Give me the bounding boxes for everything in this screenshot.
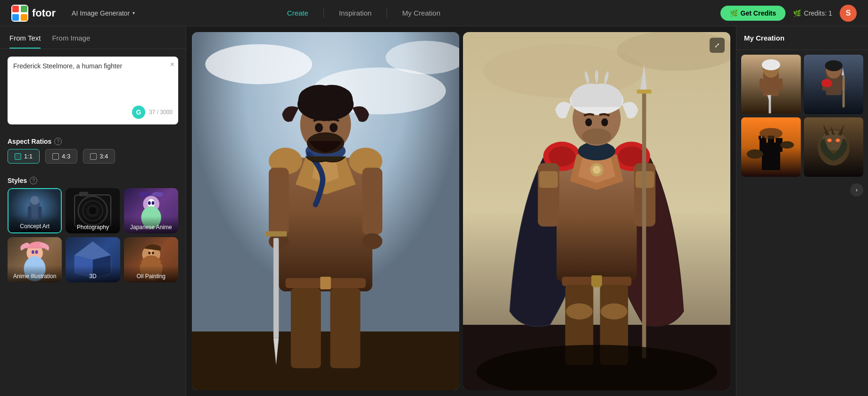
clear-button[interactable]: × [170,60,174,69]
scroll-right-button[interactable]: › [850,183,863,197]
aspect-ratios-help-icon[interactable]: ? [54,138,62,145]
svg-rect-84 [539,171,558,188]
svg-point-23 [148,201,151,205]
style-oil-painting-label: Oil Painting [124,265,178,282]
svg-rect-106 [760,79,763,90]
logo[interactable]: fotor [11,5,56,22]
ratio-4-3-button[interactable]: 4:3 [45,149,77,164]
creation-thumbnails-grid [736,50,868,182]
creation-thumb-4[interactable] [804,117,864,177]
nav-create[interactable]: Create [272,0,323,26]
tabs: From Text From Image [0,26,186,49]
svg-rect-52 [269,168,289,235]
char-count: 37 / 3000 [149,109,173,116]
credits-value: Credits: 1 [804,9,832,17]
svg-point-59 [315,123,323,132]
svg-rect-121 [760,138,767,151]
chevron-down-icon: ▾ [132,10,135,16]
generated-image-2[interactable]: ⤢ [463,32,730,390]
style-japanese-anime-label: Japanese Anime [124,216,178,233]
thumb-4-svg [804,117,864,177]
svg-point-55 [362,233,382,249]
svg-point-128 [760,128,783,139]
g-enhance-button[interactable]: G [132,106,145,119]
prompt-textarea[interactable]: Frederick Steelmore, a human fighter [13,62,173,100]
style-oil-painting[interactable]: Oil Painting [124,237,178,282]
styles-title: Styles [8,177,27,184]
get-credits-button[interactable]: 🌿 Get Credits [720,6,785,21]
tab-from-text[interactable]: From Text [9,34,41,49]
center-area: ⤢ [186,26,736,396]
style-photography[interactable]: Photography [66,188,120,233]
svg-point-17 [89,207,96,214]
svg-point-137 [828,139,831,141]
styles-help-icon[interactable]: ? [30,177,37,184]
svg-rect-46 [192,331,459,390]
svg-point-29 [35,250,38,254]
thumb-2-svg [804,55,864,115]
thumb-3-svg [741,117,801,177]
svg-rect-117 [842,75,844,107]
input-footer: G 37 / 3000 [13,106,173,119]
user-avatar[interactable]: S [840,5,857,22]
ai-generator-button[interactable]: AI Image Generator ▾ [67,7,140,20]
svg-rect-94 [637,90,652,94]
ratio-3-4-button[interactable]: 3:4 [83,149,115,164]
styles-grid: Concept Art Photography [0,188,186,290]
svg-point-81 [593,166,601,174]
logo-text: fotor [32,7,56,19]
style-concept-art[interactable]: Concept Art [8,188,62,233]
svg-point-126 [747,149,763,158]
svg-point-28 [32,250,34,254]
generated-image-1[interactable] [192,32,459,390]
tab-from-image[interactable]: From Image [52,34,90,49]
styles-header: Styles ? [0,171,186,188]
svg-point-105 [762,59,780,70]
svg-point-24 [151,201,154,205]
nav-my-creation[interactable]: My Creation [387,0,455,26]
style-japanese-anime[interactable]: Japanese Anime [124,188,178,233]
svg-point-8 [30,196,39,205]
svg-rect-62 [273,238,279,338]
style-anime-illustration[interactable]: Anime illustration [8,237,62,282]
ai-gen-label: AI Image Generator [72,9,130,17]
svg-rect-66 [320,277,331,289]
creation-thumb-2[interactable] [804,55,864,115]
svg-point-39 [148,252,150,255]
left-panel: From Text From Image Frederick Steelmore… [0,26,186,396]
header-actions: 🌿 Get Credits 🌿 Credits: 1 S [720,5,857,22]
svg-rect-3 [12,14,19,21]
nav-inspiration[interactable]: Inspiration [324,0,387,26]
generated-images-container: ⤢ [186,26,736,396]
style-3d[interactable]: 3D [66,237,120,282]
creation-thumb-3[interactable] [741,117,801,177]
svg-rect-68 [330,288,360,368]
prompt-input-area: Frederick Steelmore, a human fighter × G… [8,57,178,124]
svg-rect-96 [591,275,602,288]
svg-point-91 [582,128,611,144]
expand-icon: ⤢ [714,41,720,49]
expand-image-button[interactable]: ⤢ [710,38,725,53]
style-photography-label: Photography [66,216,120,233]
svg-rect-53 [362,168,382,235]
svg-rect-19 [79,192,88,197]
credits-display: 🌿 Credits: 1 [793,9,832,17]
svg-point-40 [152,252,154,255]
aspect-ratios-header: Aspect Ratios ? [0,132,186,149]
svg-rect-63 [265,231,287,237]
style-concept-art-label: Concept Art [8,215,61,232]
scroll-right-area: › [736,182,868,198]
header: fotor AI Image Generator ▾ Create Inspir… [0,0,868,26]
svg-rect-67 [291,288,321,368]
aspect-ratios-title: Aspect Ratios [8,138,51,145]
creation-thumb-1[interactable] [741,55,801,115]
main-nav: Create Inspiration My Creation [272,0,455,26]
svg-rect-2 [21,6,27,12]
get-credits-label: Get Credits [741,9,776,17]
ratio-1-1-button[interactable]: 1:1 [8,149,40,164]
svg-rect-4 [21,14,27,21]
fighter-2-svg [463,32,730,390]
svg-point-138 [836,139,839,141]
right-panel: My Creation [736,26,868,396]
svg-point-43 [205,44,312,84]
